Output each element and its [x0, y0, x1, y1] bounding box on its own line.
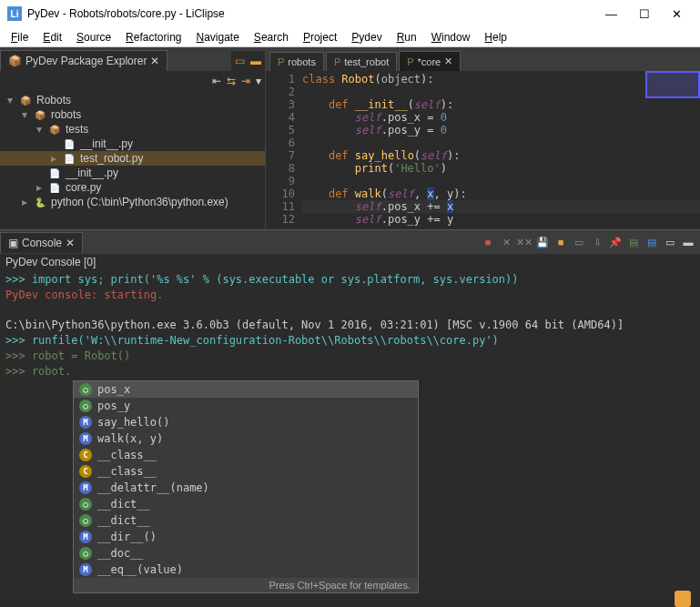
console-tab[interactable]: ▣ Console ✕ [0, 232, 83, 253]
menu-edit[interactable]: Edit [36, 29, 69, 46]
tree-item[interactable]: ▸📄core.py [0, 180, 265, 195]
project-tree: ▾📦Robots▾📦robots▾📦tests📄__init__.py▸📄tes… [0, 91, 265, 211]
save-icon[interactable]: 💾 [534, 234, 551, 250]
autocomplete-item[interactable]: C__class__ [74, 463, 418, 480]
menu-refactoring[interactable]: Refactoring [118, 29, 188, 46]
tree-item[interactable]: ▸🐍python (C:\bin\Python36\python.exe) [0, 195, 265, 209]
autocomplete-item[interactable]: M__dir__() [74, 529, 418, 545]
close-icon[interactable]: ✕ [66, 237, 75, 249]
link-editor-icon[interactable]: ⇆ [227, 75, 236, 87]
tree-item[interactable]: 📄__init__.py [0, 166, 265, 180]
console-tab-label: Console [22, 237, 62, 249]
menu-navigate[interactable]: Navigate [188, 29, 246, 46]
autocomplete-item[interactable]: ○pos_x [74, 381, 418, 398]
display-icon[interactable]: ▤ [625, 234, 642, 250]
maximize-panel-icon[interactable]: ▬ [250, 55, 261, 67]
python-file-icon: P [407, 56, 413, 67]
editor-tab-robots[interactable]: Probots [269, 52, 324, 71]
editor-tab-strip: ProbotsPtest_robotP*core✕ [266, 47, 700, 71]
menu-pydev[interactable]: Pydev [344, 29, 389, 46]
python-file-icon: P [278, 56, 284, 67]
terminate-icon[interactable]: ■ [480, 234, 496, 250]
autocomplete-popup: ○pos_x○pos_yMsay_hello()Mwalk(x, y)C__cl… [73, 380, 419, 593]
package-icon: 📦 [8, 55, 22, 67]
minimap[interactable] [645, 71, 700, 98]
autocomplete-item[interactable]: ○__dict__ [74, 496, 418, 512]
package-explorer-panel: 📦 PyDev Package Explorer ✕ ▭ ▬ ⇤ ⇆ ⇥ ▾ ▾… [0, 47, 266, 229]
editor-panel: ProbotsPtest_robotP*core✕ 1class Robot(o… [266, 47, 700, 229]
menubar: FileEditSourceRefactoringNavigateSearchP… [0, 27, 700, 47]
menu-help[interactable]: Help [477, 29, 514, 46]
rss-icon[interactable] [675, 591, 691, 607]
menu-project[interactable]: Project [296, 29, 344, 46]
scroll-lock-icon[interactable]: ⇩ [589, 234, 605, 250]
close-icon[interactable]: ✕ [444, 56, 452, 67]
explorer-tab[interactable]: 📦 PyDev Package Explorer ✕ [0, 50, 167, 71]
autocomplete-item[interactable]: Msay_hello() [74, 414, 418, 430]
collapse-all-icon[interactable]: ⇤ [212, 75, 221, 87]
titlebar: Li PyDev - Robots/robots/core.py - LiCli… [0, 0, 700, 27]
console-panel: ▣ Console ✕ ■ ✕ ✕✕ 💾 ■ ▭ ⇩ 📌 ▤ ▤ ▭ ▬ PyD… [0, 229, 700, 381]
remove-all-icon[interactable]: ✕✕ [516, 234, 533, 250]
tree-item[interactable]: 📄__init__.py [0, 137, 265, 151]
console-header: PyDev Console [0] [0, 254, 700, 270]
app-icon: Li [7, 6, 22, 21]
minimize-icon[interactable]: ▭ [662, 234, 678, 250]
autocomplete-item[interactable]: ○pos_y [74, 398, 418, 414]
menu-search[interactable]: Search [247, 29, 296, 46]
focus-icon[interactable]: ⇥ [241, 75, 250, 87]
code-editor[interactable]: 1class Robot(object):23 def __init__(sel… [266, 71, 700, 228]
tree-item[interactable]: ▾📦robots [0, 107, 265, 122]
autocomplete-item[interactable]: M__delattr__(name) [74, 480, 418, 496]
explorer-tab-label: PyDev Package Explorer [25, 55, 147, 67]
new-console-icon[interactable]: ▤ [644, 234, 660, 250]
autocomplete-item[interactable]: ○__doc__ [74, 545, 418, 561]
tree-item[interactable]: ▾📦Robots [0, 93, 265, 107]
menu-source[interactable]: Source [69, 29, 118, 46]
interrupt-icon[interactable]: ■ [553, 234, 569, 250]
autocomplete-footer: Press Ctrl+Space for templates. [74, 578, 418, 592]
tree-item[interactable]: ▸📄test_robot.py [0, 151, 265, 166]
minimize-panel-icon[interactable]: ▭ [235, 55, 245, 67]
editor-tab-core[interactable]: P*core✕ [399, 51, 461, 71]
maximize-button[interactable]: ☐ [639, 7, 650, 21]
console-icon: ▣ [8, 237, 18, 249]
clear-icon[interactable]: ▭ [571, 234, 587, 250]
console-output[interactable]: >>> import sys; print('%s %s' % (sys.exe… [0, 270, 700, 381]
editor-tab-test_robot[interactable]: Ptest_robot [326, 52, 397, 71]
close-icon[interactable]: ✕ [150, 55, 159, 67]
console-toolbar: ■ ✕ ✕✕ 💾 ■ ▭ ⇩ 📌 ▤ ▤ ▭ ▬ [480, 234, 700, 250]
pin-icon[interactable]: 📌 [607, 234, 624, 250]
tree-item[interactable]: ▾📦tests [0, 122, 265, 137]
autocomplete-item[interactable]: M__eq__(value) [74, 561, 418, 578]
menu-window[interactable]: Window [424, 29, 478, 46]
maximize-icon[interactable]: ▬ [680, 234, 696, 250]
python-file-icon: P [334, 56, 340, 67]
autocomplete-item[interactable]: Mwalk(x, y) [74, 430, 418, 447]
remove-icon[interactable]: ✕ [498, 234, 514, 250]
minimize-button[interactable]: — [605, 7, 617, 21]
menu-run[interactable]: Run [390, 29, 424, 46]
close-button[interactable]: ✕ [672, 7, 682, 21]
autocomplete-item[interactable]: C__class__ [74, 447, 418, 463]
menu-file[interactable]: File [4, 29, 36, 46]
autocomplete-item[interactable]: ○__dict__ [74, 512, 418, 529]
window-title: PyDev - Robots/robots/core.py - LiClipse [27, 7, 605, 20]
autocomplete-list[interactable]: ○pos_x○pos_yMsay_hello()Mwalk(x, y)C__cl… [74, 381, 418, 578]
view-menu-icon[interactable]: ▾ [256, 75, 261, 87]
